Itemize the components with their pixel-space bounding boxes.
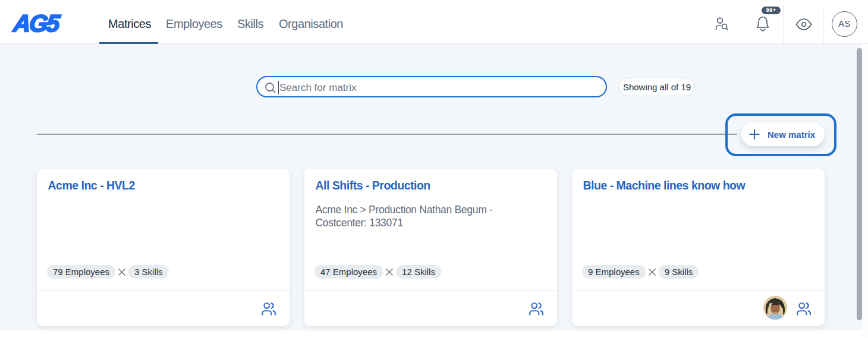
svg-text:AG5: AG5 xyxy=(11,10,61,36)
